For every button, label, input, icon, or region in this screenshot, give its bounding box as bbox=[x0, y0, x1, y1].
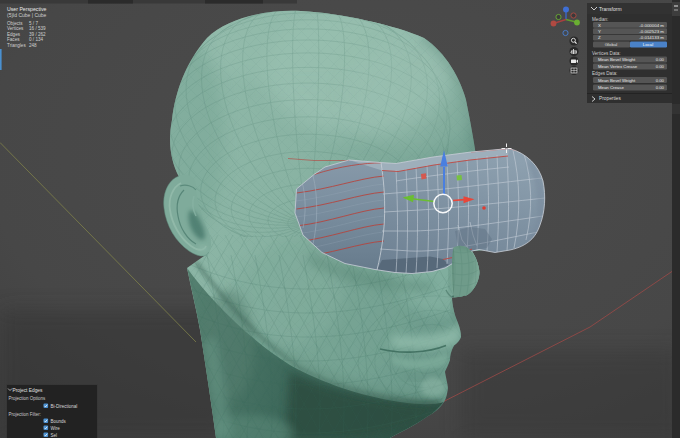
svg-text:(5)ld Cube | Cube: (5)ld Cube | Cube bbox=[7, 12, 47, 18]
svg-text:Bounds: Bounds bbox=[51, 419, 67, 424]
svg-text:Wire: Wire bbox=[51, 426, 61, 431]
svg-text:Faces: Faces bbox=[7, 37, 20, 42]
svg-text:Edges Data:: Edges Data: bbox=[592, 71, 617, 76]
svg-text:Mean Crease: Mean Crease bbox=[598, 85, 624, 90]
svg-text:Projection Options: Projection Options bbox=[9, 396, 47, 401]
svg-text:Mean Vertex Crease: Mean Vertex Crease bbox=[598, 64, 638, 69]
svg-text:Y: Y bbox=[598, 29, 601, 34]
svg-text:Objects: Objects bbox=[7, 21, 23, 26]
svg-text:Median:: Median: bbox=[592, 17, 608, 22]
svg-text:16 / 539: 16 / 539 bbox=[29, 26, 46, 31]
svg-text:Triangles: Triangles bbox=[7, 43, 26, 48]
svg-text:Local: Local bbox=[643, 42, 654, 47]
svg-text:Sel: Sel bbox=[51, 433, 58, 438]
svg-text:X: X bbox=[598, 23, 601, 28]
svg-text:-0.000004 m: -0.000004 m bbox=[639, 23, 664, 28]
svg-text:Mean Bevel Weight: Mean Bevel Weight bbox=[598, 78, 636, 83]
svg-text:5 / 7: 5 / 7 bbox=[29, 21, 38, 26]
svg-text:0.00: 0.00 bbox=[656, 57, 665, 62]
svg-text:Vertices Data:: Vertices Data: bbox=[592, 51, 621, 56]
svg-text:Mean Bevel Weight: Mean Bevel Weight bbox=[598, 57, 636, 62]
svg-text:0 / 134: 0 / 134 bbox=[29, 37, 43, 42]
svg-text:User Perspective: User Perspective bbox=[7, 6, 47, 12]
svg-text:Edges: Edges bbox=[7, 32, 21, 37]
svg-text:248: 248 bbox=[29, 43, 37, 48]
svg-text:Projection Filter:: Projection Filter: bbox=[9, 412, 42, 417]
svg-text:Global: Global bbox=[605, 42, 618, 47]
svg-text:Transform: Transform bbox=[599, 6, 622, 12]
svg-text:Z: Z bbox=[598, 35, 601, 40]
svg-text:0.00: 0.00 bbox=[656, 78, 665, 83]
svg-text:39 / 262: 39 / 262 bbox=[29, 32, 46, 37]
svg-text:Project Edges: Project Edges bbox=[13, 388, 43, 393]
svg-text:0.00: 0.00 bbox=[656, 85, 665, 90]
svg-text:-0.002523 m: -0.002523 m bbox=[639, 29, 664, 34]
svg-text:Properties: Properties bbox=[599, 96, 621, 101]
svg-text:-0.014133 m: -0.014133 m bbox=[639, 35, 664, 40]
svg-text:0.00: 0.00 bbox=[656, 64, 665, 69]
svg-text:Bi-Directional: Bi-Directional bbox=[51, 404, 78, 409]
svg-text:Vertices: Vertices bbox=[7, 26, 24, 31]
